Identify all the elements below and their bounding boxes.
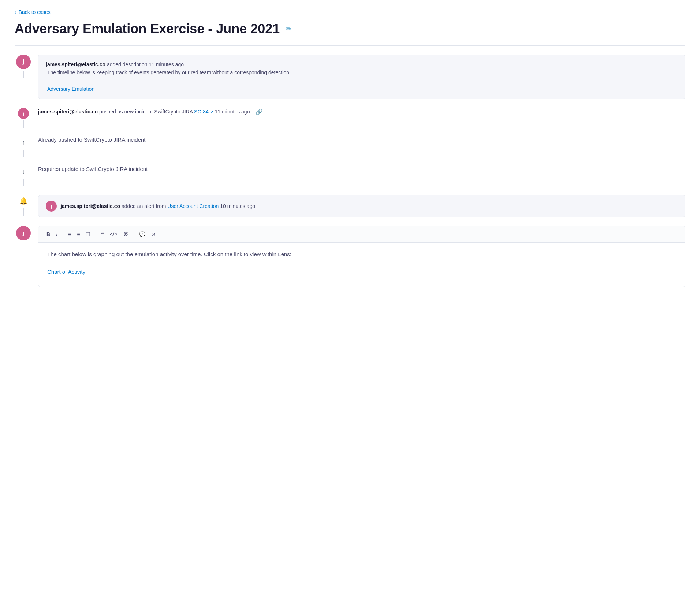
timeline-item-pushed: j james.spiteri@elastic.co pushed as new… <box>15 108 685 137</box>
bold-button[interactable]: B <box>44 230 52 239</box>
timeline-line-1 <box>23 71 24 78</box>
timeline-content-6: B I ≡ ≡ ☐ ❝ </> ⛓ 💬 ⊙ <box>38 226 685 287</box>
italic-button[interactable]: I <box>54 230 60 239</box>
description-text: The timeline below is keeping track of e… <box>47 68 678 76</box>
back-to-cases-link[interactable]: ‹ Back to cases <box>15 9 51 15</box>
toolbar-divider-1 <box>63 231 63 238</box>
timeline-content-4: Requires update to SwiftCrypto JIRA inci… <box>38 166 685 172</box>
editor-card: B I ≡ ≡ ☐ ❝ </> ⛓ 💬 ⊙ <box>38 226 685 287</box>
edit-icon[interactable]: ✏ <box>286 25 292 33</box>
timeline-item-editor: j B I ≡ ≡ ☐ ❝ </> ⛓ <box>15 226 685 296</box>
pushed-time: 11 minutes ago <box>215 109 250 115</box>
editor-toolbar: B I ≡ ≡ ☐ ❝ </> ⛓ 💬 ⊙ <box>38 226 685 243</box>
toolbar-divider-2 <box>96 231 96 238</box>
timeline-line-2 <box>23 120 24 128</box>
pushed-row: james.spiteri@elastic.co pushed as new i… <box>38 108 685 116</box>
toolbar-divider-3 <box>134 231 134 238</box>
avatar-6: j <box>16 226 31 240</box>
external-link-icon: ↗ <box>210 109 213 115</box>
user-account-creation-link[interactable]: User Account Creation <box>167 203 219 209</box>
timeline-item-push-up: ↑ Already pushed to SwiftCrypto JIRA inc… <box>15 137 685 166</box>
timeline-left-5: 🔔 <box>15 195 32 216</box>
comment-button[interactable]: 💬 <box>137 230 148 239</box>
description-body: The timeline below is keeping track of e… <box>46 68 678 93</box>
quote-button[interactable]: ❝ <box>99 230 106 239</box>
bell-icon: 🔔 <box>18 195 29 207</box>
link-button[interactable]: ⛓ <box>121 230 131 239</box>
chevron-left-icon: ‹ <box>15 9 16 15</box>
diagram-button[interactable]: ⊙ <box>149 230 158 239</box>
timeline-item-push-down: ↓ Requires update to SwiftCrypto JIRA in… <box>15 166 685 195</box>
back-to-cases-label: Back to cases <box>19 9 51 15</box>
timeline-left-2: j <box>15 108 32 128</box>
avatar-2: j <box>18 108 29 119</box>
timeline-content-2: james.spiteri@elastic.co pushed as new i… <box>38 108 685 116</box>
chart-of-activity-link[interactable]: Chart of Activity <box>47 269 85 275</box>
alert-card: j james.spiteri@elastic.co added an aler… <box>38 195 685 217</box>
timeline-item-alert: 🔔 j james.spiteri@elastic.co added an al… <box>15 195 685 226</box>
ordered-list-button[interactable]: ≡ <box>75 230 82 239</box>
timeline-content-1: james.spiteri@elastic.co added descripti… <box>38 55 685 99</box>
push-up-text: Already pushed to SwiftCrypto JIRA incid… <box>38 137 145 143</box>
timeline-item-description: j james.spiteri@elastic.co added descrip… <box>15 55 685 108</box>
alert-user: james.spiteri@elastic.co <box>60 203 120 209</box>
pushed-action: pushed as new incident SwiftCrypto JIRA <box>99 109 194 115</box>
push-down-text: Requires update to SwiftCrypto JIRA inci… <box>38 166 148 172</box>
timeline-line-5 <box>23 208 24 216</box>
copy-link-icon[interactable]: 🔗 <box>256 108 263 115</box>
checkbox-button[interactable]: ☐ <box>83 230 93 239</box>
alert-meta: james.spiteri@elastic.co added an alert … <box>60 202 255 210</box>
code-button[interactable]: </> <box>108 230 119 239</box>
timeline-left-3: ↑ <box>15 137 32 157</box>
alert-action: added an alert from <box>122 203 167 209</box>
editor-body[interactable]: The chart below is graphing out the emul… <box>38 243 685 287</box>
description-meta: james.spiteri@elastic.co added descripti… <box>46 61 678 68</box>
pushed-meta: james.spiteri@elastic.co pushed as new i… <box>38 108 250 116</box>
timeline: j james.spiteri@elastic.co added descrip… <box>15 55 685 296</box>
page-title: Adversary Emulation Exercise - June 2021 <box>15 21 280 37</box>
title-divider <box>15 45 685 46</box>
alert-time: 10 minutes ago <box>220 203 255 209</box>
avatar-5: j <box>46 201 57 212</box>
timeline-content-3: Already pushed to SwiftCrypto JIRA incid… <box>38 137 685 143</box>
description-card: james.spiteri@elastic.co added descripti… <box>38 55 685 99</box>
unordered-list-button[interactable]: ≡ <box>66 230 73 239</box>
timeline-left-6: j <box>15 226 32 240</box>
timeline-line-3 <box>23 150 24 157</box>
timeline-left-4: ↓ <box>15 166 32 186</box>
sc84-link[interactable]: SC-84 ↗ <box>194 108 213 116</box>
description-user: james.spiteri@elastic.co <box>46 61 105 67</box>
adversary-emulation-link[interactable]: Adversary Emulation <box>47 86 94 92</box>
pushed-user: james.spiteri@elastic.co <box>38 109 98 115</box>
avatar-1: j <box>16 55 31 69</box>
page-title-row: Adversary Emulation Exercise - June 2021… <box>15 21 685 37</box>
timeline-content-5: j james.spiteri@elastic.co added an aler… <box>38 195 685 217</box>
push-up-icon: ↑ <box>18 137 29 148</box>
editor-text: The chart below is graphing out the emul… <box>47 250 676 259</box>
push-down-icon: ↓ <box>18 166 29 177</box>
timeline-left-1: j <box>15 55 32 78</box>
description-action: added description 11 minutes ago <box>107 61 184 67</box>
timeline-line-4 <box>23 179 24 186</box>
